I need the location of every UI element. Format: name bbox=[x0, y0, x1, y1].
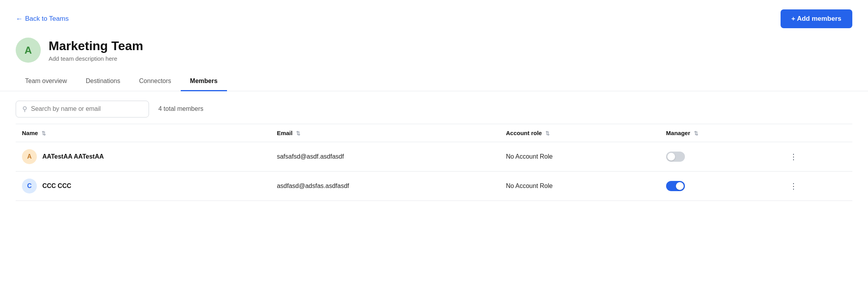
member-avatar: C bbox=[22, 179, 37, 193]
member-avatar: A bbox=[22, 149, 37, 164]
tab-members[interactable]: Members bbox=[181, 72, 227, 91]
team-info: Marketing Team Add team description here bbox=[49, 38, 143, 61]
member-name: AATestAA AATestAA bbox=[42, 153, 104, 160]
tabs-nav: Team overview Destinations Connectors Me… bbox=[0, 72, 868, 91]
table-header-row: Name ⇅ Email ⇅ Account role ⇅ Manager ⇅ bbox=[16, 124, 852, 142]
manager-toggle[interactable] bbox=[666, 152, 685, 162]
back-arrow-icon: ← bbox=[16, 15, 23, 23]
toggle-slider bbox=[666, 152, 685, 162]
sort-manager-icon: ⇅ bbox=[694, 130, 698, 136]
tab-destinations[interactable]: Destinations bbox=[76, 72, 130, 91]
members-table-wrapper: Name ⇅ Email ⇅ Account role ⇅ Manager ⇅ bbox=[0, 124, 868, 201]
member-email: safsafsd@asdf.asdfasdf bbox=[271, 142, 499, 172]
table-row: A AATestAA AATestAA safsafsd@asdf.asdfas… bbox=[16, 142, 852, 172]
sort-role-icon: ⇅ bbox=[545, 130, 550, 136]
team-description: Add team description here bbox=[49, 55, 143, 62]
member-account-role: No Account Role bbox=[500, 172, 660, 201]
team-name: Marketing Team bbox=[49, 38, 143, 53]
table-row: C CCC CCC asdfasd@adsfas.asdfasdf No Acc… bbox=[16, 172, 852, 201]
more-options-icon[interactable]: ⋮ bbox=[786, 180, 801, 192]
more-options-icon[interactable]: ⋮ bbox=[786, 151, 801, 163]
col-actions bbox=[780, 124, 852, 142]
search-icon: ⚲ bbox=[22, 105, 27, 113]
col-account-role[interactable]: Account role ⇅ bbox=[500, 124, 660, 142]
toggle-slider bbox=[666, 181, 685, 191]
member-actions-cell: ⋮ bbox=[780, 172, 852, 201]
member-account-role: No Account Role bbox=[500, 142, 660, 172]
top-bar: ← Back to Teams + Add members bbox=[0, 0, 868, 34]
member-name-cell: A AATestAA AATestAA bbox=[16, 142, 271, 172]
member-manager-cell bbox=[660, 172, 781, 201]
tab-overview[interactable]: Team overview bbox=[16, 72, 76, 91]
member-actions-cell: ⋮ bbox=[780, 142, 852, 172]
members-table: Name ⇅ Email ⇅ Account role ⇅ Manager ⇅ bbox=[16, 124, 852, 201]
col-email[interactable]: Email ⇅ bbox=[271, 124, 499, 142]
add-members-button[interactable]: + Add members bbox=[781, 9, 852, 28]
back-to-teams-link[interactable]: ← Back to Teams bbox=[16, 15, 69, 23]
sort-name-icon: ⇅ bbox=[42, 130, 46, 136]
search-box[interactable]: ⚲ bbox=[16, 101, 149, 117]
members-count: 4 total members bbox=[158, 105, 203, 112]
member-name: CCC CCC bbox=[42, 183, 71, 190]
member-name-cell: C CCC CCC bbox=[16, 172, 271, 201]
team-header: A Marketing Team Add team description he… bbox=[0, 34, 868, 72]
tab-connectors[interactable]: Connectors bbox=[130, 72, 181, 91]
sort-email-icon: ⇅ bbox=[296, 130, 300, 136]
back-to-teams-label: Back to Teams bbox=[25, 15, 69, 23]
search-input[interactable] bbox=[31, 105, 142, 112]
col-name[interactable]: Name ⇅ bbox=[16, 124, 271, 142]
members-toolbar: ⚲ 4 total members bbox=[0, 91, 868, 124]
manager-toggle[interactable] bbox=[666, 181, 685, 191]
team-avatar: A bbox=[16, 38, 41, 63]
member-manager-cell bbox=[660, 142, 781, 172]
member-email: asdfasd@adsfas.asdfasdf bbox=[271, 172, 499, 201]
col-manager[interactable]: Manager ⇅ bbox=[660, 124, 781, 142]
